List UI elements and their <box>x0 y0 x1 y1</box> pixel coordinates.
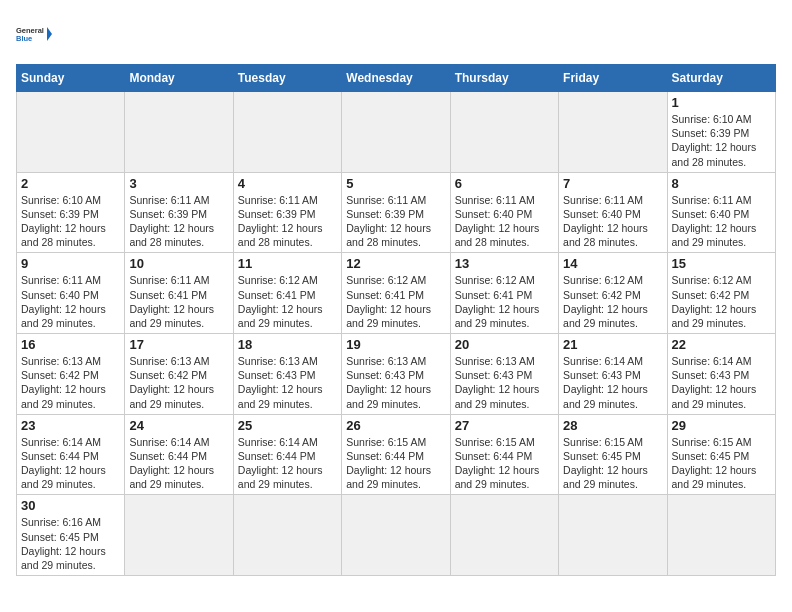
calendar-cell <box>125 92 233 173</box>
day-info: Sunrise: 6:11 AMSunset: 6:41 PMDaylight:… <box>129 273 228 330</box>
day-number: 23 <box>21 418 120 433</box>
header-day-wednesday: Wednesday <box>342 65 450 92</box>
day-info: Sunrise: 6:14 AMSunset: 6:43 PMDaylight:… <box>563 354 662 411</box>
calendar-cell <box>450 495 558 576</box>
day-number: 20 <box>455 337 554 352</box>
calendar-cell: 10Sunrise: 6:11 AMSunset: 6:41 PMDayligh… <box>125 253 233 334</box>
day-number: 27 <box>455 418 554 433</box>
day-number: 3 <box>129 176 228 191</box>
day-info: Sunrise: 6:12 AMSunset: 6:41 PMDaylight:… <box>238 273 337 330</box>
calendar-cell <box>342 92 450 173</box>
calendar-cell: 26Sunrise: 6:15 AMSunset: 6:44 PMDayligh… <box>342 414 450 495</box>
day-info: Sunrise: 6:16 AMSunset: 6:45 PMDaylight:… <box>21 515 120 572</box>
calendar-cell: 17Sunrise: 6:13 AMSunset: 6:42 PMDayligh… <box>125 334 233 415</box>
week-row-5: 23Sunrise: 6:14 AMSunset: 6:44 PMDayligh… <box>17 414 776 495</box>
header-day-friday: Friday <box>559 65 667 92</box>
day-info: Sunrise: 6:13 AMSunset: 6:42 PMDaylight:… <box>129 354 228 411</box>
day-number: 17 <box>129 337 228 352</box>
header-day-sunday: Sunday <box>17 65 125 92</box>
calendar-cell: 11Sunrise: 6:12 AMSunset: 6:41 PMDayligh… <box>233 253 341 334</box>
day-number: 13 <box>455 256 554 271</box>
calendar-cell: 2Sunrise: 6:10 AMSunset: 6:39 PMDaylight… <box>17 172 125 253</box>
calendar-cell <box>559 495 667 576</box>
day-info: Sunrise: 6:14 AMSunset: 6:44 PMDaylight:… <box>21 435 120 492</box>
day-info: Sunrise: 6:11 AMSunset: 6:40 PMDaylight:… <box>563 193 662 250</box>
day-info: Sunrise: 6:13 AMSunset: 6:43 PMDaylight:… <box>455 354 554 411</box>
week-row-3: 9Sunrise: 6:11 AMSunset: 6:40 PMDaylight… <box>17 253 776 334</box>
day-info: Sunrise: 6:12 AMSunset: 6:41 PMDaylight:… <box>346 273 445 330</box>
calendar-cell: 19Sunrise: 6:13 AMSunset: 6:43 PMDayligh… <box>342 334 450 415</box>
day-info: Sunrise: 6:13 AMSunset: 6:42 PMDaylight:… <box>21 354 120 411</box>
day-info: Sunrise: 6:14 AMSunset: 6:44 PMDaylight:… <box>129 435 228 492</box>
day-info: Sunrise: 6:11 AMSunset: 6:39 PMDaylight:… <box>238 193 337 250</box>
calendar-cell: 5Sunrise: 6:11 AMSunset: 6:39 PMDaylight… <box>342 172 450 253</box>
calendar-cell: 27Sunrise: 6:15 AMSunset: 6:44 PMDayligh… <box>450 414 558 495</box>
calendar-cell: 16Sunrise: 6:13 AMSunset: 6:42 PMDayligh… <box>17 334 125 415</box>
day-number: 1 <box>672 95 771 110</box>
calendar-cell: 20Sunrise: 6:13 AMSunset: 6:43 PMDayligh… <box>450 334 558 415</box>
day-info: Sunrise: 6:11 AMSunset: 6:40 PMDaylight:… <box>672 193 771 250</box>
day-number: 9 <box>21 256 120 271</box>
calendar-cell: 6Sunrise: 6:11 AMSunset: 6:40 PMDaylight… <box>450 172 558 253</box>
day-info: Sunrise: 6:14 AMSunset: 6:43 PMDaylight:… <box>672 354 771 411</box>
calendar-cell: 29Sunrise: 6:15 AMSunset: 6:45 PMDayligh… <box>667 414 775 495</box>
day-number: 30 <box>21 498 120 513</box>
calendar-cell: 13Sunrise: 6:12 AMSunset: 6:41 PMDayligh… <box>450 253 558 334</box>
calendar-cell: 25Sunrise: 6:14 AMSunset: 6:44 PMDayligh… <box>233 414 341 495</box>
day-number: 16 <box>21 337 120 352</box>
logo: General Blue <box>16 16 56 52</box>
calendar-cell: 3Sunrise: 6:11 AMSunset: 6:39 PMDaylight… <box>125 172 233 253</box>
calendar-cell <box>233 92 341 173</box>
day-number: 21 <box>563 337 662 352</box>
day-info: Sunrise: 6:11 AMSunset: 6:39 PMDaylight:… <box>346 193 445 250</box>
calendar-cell: 7Sunrise: 6:11 AMSunset: 6:40 PMDaylight… <box>559 172 667 253</box>
calendar-cell: 23Sunrise: 6:14 AMSunset: 6:44 PMDayligh… <box>17 414 125 495</box>
svg-text:Blue: Blue <box>16 34 32 43</box>
svg-marker-2 <box>47 27 52 41</box>
day-number: 10 <box>129 256 228 271</box>
calendar-cell: 21Sunrise: 6:14 AMSunset: 6:43 PMDayligh… <box>559 334 667 415</box>
calendar-cell: 28Sunrise: 6:15 AMSunset: 6:45 PMDayligh… <box>559 414 667 495</box>
day-info: Sunrise: 6:13 AMSunset: 6:43 PMDaylight:… <box>238 354 337 411</box>
day-number: 28 <box>563 418 662 433</box>
day-info: Sunrise: 6:15 AMSunset: 6:45 PMDaylight:… <box>672 435 771 492</box>
day-info: Sunrise: 6:12 AMSunset: 6:41 PMDaylight:… <box>455 273 554 330</box>
day-info: Sunrise: 6:15 AMSunset: 6:44 PMDaylight:… <box>455 435 554 492</box>
day-number: 12 <box>346 256 445 271</box>
calendar-cell <box>125 495 233 576</box>
calendar-cell: 24Sunrise: 6:14 AMSunset: 6:44 PMDayligh… <box>125 414 233 495</box>
header-day-tuesday: Tuesday <box>233 65 341 92</box>
calendar-table: SundayMondayTuesdayWednesdayThursdayFrid… <box>16 64 776 576</box>
day-number: 14 <box>563 256 662 271</box>
calendar-cell: 4Sunrise: 6:11 AMSunset: 6:39 PMDaylight… <box>233 172 341 253</box>
day-info: Sunrise: 6:10 AMSunset: 6:39 PMDaylight:… <box>672 112 771 169</box>
calendar-cell: 30Sunrise: 6:16 AMSunset: 6:45 PMDayligh… <box>17 495 125 576</box>
week-row-6: 30Sunrise: 6:16 AMSunset: 6:45 PMDayligh… <box>17 495 776 576</box>
header: General Blue <box>16 16 776 52</box>
header-day-saturday: Saturday <box>667 65 775 92</box>
calendar-cell <box>342 495 450 576</box>
day-info: Sunrise: 6:11 AMSunset: 6:40 PMDaylight:… <box>21 273 120 330</box>
day-info: Sunrise: 6:11 AMSunset: 6:40 PMDaylight:… <box>455 193 554 250</box>
day-info: Sunrise: 6:15 AMSunset: 6:45 PMDaylight:… <box>563 435 662 492</box>
day-info: Sunrise: 6:14 AMSunset: 6:44 PMDaylight:… <box>238 435 337 492</box>
day-number: 25 <box>238 418 337 433</box>
day-number: 11 <box>238 256 337 271</box>
day-number: 2 <box>21 176 120 191</box>
week-row-1: 1Sunrise: 6:10 AMSunset: 6:39 PMDaylight… <box>17 92 776 173</box>
calendar-cell: 22Sunrise: 6:14 AMSunset: 6:43 PMDayligh… <box>667 334 775 415</box>
day-info: Sunrise: 6:10 AMSunset: 6:39 PMDaylight:… <box>21 193 120 250</box>
day-number: 22 <box>672 337 771 352</box>
day-info: Sunrise: 6:12 AMSunset: 6:42 PMDaylight:… <box>672 273 771 330</box>
calendar-cell: 9Sunrise: 6:11 AMSunset: 6:40 PMDaylight… <box>17 253 125 334</box>
day-number: 29 <box>672 418 771 433</box>
calendar-cell: 12Sunrise: 6:12 AMSunset: 6:41 PMDayligh… <box>342 253 450 334</box>
calendar-cell <box>17 92 125 173</box>
day-number: 4 <box>238 176 337 191</box>
calendar-cell: 8Sunrise: 6:11 AMSunset: 6:40 PMDaylight… <box>667 172 775 253</box>
calendar-cell <box>450 92 558 173</box>
calendar-cell: 1Sunrise: 6:10 AMSunset: 6:39 PMDaylight… <box>667 92 775 173</box>
day-info: Sunrise: 6:13 AMSunset: 6:43 PMDaylight:… <box>346 354 445 411</box>
header-row: SundayMondayTuesdayWednesdayThursdayFrid… <box>17 65 776 92</box>
calendar-cell: 18Sunrise: 6:13 AMSunset: 6:43 PMDayligh… <box>233 334 341 415</box>
